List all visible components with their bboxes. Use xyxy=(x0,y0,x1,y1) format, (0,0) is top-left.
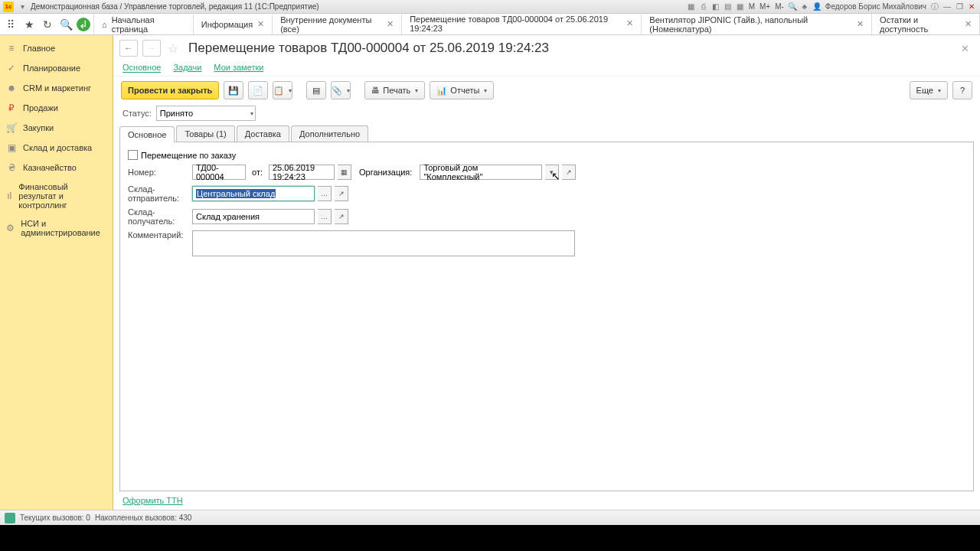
close-document-icon[interactable]: ✕ xyxy=(956,43,974,54)
to-label: Склад-получатель: xyxy=(128,207,189,226)
main-tab[interactable]: Перемещение товаров ТД00-000004 от 25.06… xyxy=(402,14,642,34)
tab-label: Вентилятор JIPONIC (Тайв.), напольный (Н… xyxy=(649,15,852,34)
more-button[interactable]: Еще▾ xyxy=(910,81,948,99)
post-and-close-button[interactable]: Провести и закрыть xyxy=(121,81,219,99)
org-open-icon[interactable]: ↗ xyxy=(562,165,576,180)
warehouse-to-input[interactable]: Склад хранения xyxy=(192,209,315,224)
sidebar-label: Главное xyxy=(23,44,55,53)
sidebar-item[interactable]: ☻CRM и маркетинг xyxy=(0,78,113,98)
org-drop-icon[interactable]: ▾ xyxy=(545,165,559,180)
ttn-link[interactable]: Оформить ТТН xyxy=(113,491,980,510)
calendar-icon[interactable]: ▦ xyxy=(338,165,351,180)
window-minimize-icon[interactable]: — xyxy=(942,2,952,12)
sidebar-item[interactable]: ₴Казначейство xyxy=(0,158,113,178)
back-button[interactable]: ← xyxy=(119,40,138,57)
enter-icon[interactable]: ↲ xyxy=(77,18,90,31)
by-order-checkbox[interactable] xyxy=(128,150,138,160)
search-icon[interactable]: 🔍 xyxy=(58,17,74,32)
tb-icon-3[interactable]: ◧ xyxy=(710,2,721,12)
sidebar-item[interactable]: ılФинансовый результат и контроллинг xyxy=(0,178,113,214)
tab-close-icon[interactable]: ✕ xyxy=(626,18,633,28)
status-bar: Текущих вызовов: 0 Накопленных вызовов: … xyxy=(0,510,980,525)
status-select[interactable]: Принято▾ xyxy=(156,106,256,121)
sidebar-item[interactable]: ≡Главное xyxy=(0,38,113,58)
help-button[interactable]: ? xyxy=(952,81,972,99)
document-content: ← → ☆ Перемещение товаров ТД00-000004 от… xyxy=(113,35,980,510)
window-titlebar: 1c ▾ Демонстрационная база / Управление … xyxy=(0,0,980,14)
sidebar-icon: ☻ xyxy=(6,83,17,93)
window-close-icon[interactable]: ✕ xyxy=(966,2,977,12)
number-input[interactable]: ТД00-000004 xyxy=(192,165,246,180)
org-input[interactable]: Торговый дом "Комплексный" xyxy=(420,165,542,180)
sidebar-icon: 🛒 xyxy=(6,122,17,133)
tab-close-icon[interactable]: ✕ xyxy=(257,19,264,29)
tb-calc-icon[interactable]: ▤ xyxy=(723,2,733,12)
main-tabs-bar: ⠿ ★ ↻ 🔍 ↲ ⌂Начальная страницаИнформация✕… xyxy=(0,14,980,35)
tb-icon-1[interactable]: ▦ xyxy=(686,2,697,12)
tb-m-plus[interactable]: M+ xyxy=(760,2,770,11)
main-tab[interactable]: Вентилятор JIPONIC (Тайв.), напольный (Н… xyxy=(642,14,872,34)
tb-m-minus[interactable]: M- xyxy=(775,2,784,11)
save-button[interactable]: 💾 xyxy=(224,81,243,99)
sidebar-item[interactable]: ✓Планирование xyxy=(0,58,113,78)
subnav-main[interactable]: Основное xyxy=(122,63,161,73)
sidebar-item[interactable]: ▣Склад и доставка xyxy=(0,138,113,158)
form-tab[interactable]: Основное xyxy=(119,126,175,142)
apps-icon[interactable]: ⠿ xyxy=(3,17,18,32)
tab-label: Остатки и доступность xyxy=(880,15,960,34)
tab-close-icon[interactable]: ✕ xyxy=(387,19,394,29)
sidebar-item[interactable]: ⚙НСИ и администрирование xyxy=(0,214,113,242)
dropdown-icon[interactable]: ▾ xyxy=(17,2,28,12)
tb-print-icon[interactable]: ⎙ xyxy=(698,2,709,12)
star-icon[interactable]: ★ xyxy=(21,17,37,32)
date-input[interactable]: 25.06.2019 19:24:23 xyxy=(269,165,335,180)
reports-button[interactable]: 📊 Отчеты▾ xyxy=(430,81,494,99)
create-based-button[interactable]: 📋▾ xyxy=(273,81,292,99)
from-label: Склад-отправитель: xyxy=(128,184,189,203)
sidebar-icon: ₽ xyxy=(6,103,17,113)
main-tab[interactable]: Остатки и доступность✕ xyxy=(872,14,980,34)
sidebar-item[interactable]: 🛒Закупки xyxy=(0,118,113,138)
tab-close-icon[interactable]: ✕ xyxy=(965,19,972,29)
attach-button[interactable]: 📎▾ xyxy=(331,81,351,99)
sidebar-icon: ⚙ xyxy=(6,223,15,233)
form-tab[interactable]: Доставка xyxy=(237,126,289,142)
subnav-notes[interactable]: Мои заметки xyxy=(214,63,263,73)
main-tab[interactable]: Внутренние документы (все)✕ xyxy=(273,14,402,34)
form-tabs: ОсновноеТовары (1)ДоставкаДополнительно xyxy=(119,126,974,142)
sidebar-icon: ✓ xyxy=(6,63,17,73)
tb-user-name: Федоров Борис Михайлович xyxy=(825,2,926,11)
window-maximize-icon[interactable]: ❐ xyxy=(954,2,965,12)
tb-m[interactable]: M xyxy=(749,2,755,11)
number-label: Номер: xyxy=(128,168,189,177)
from-ellipsis-icon[interactable]: … xyxy=(318,186,332,201)
main-tab[interactable]: Информация✕ xyxy=(194,14,273,34)
sidebar-label: Финансовый результат и контроллинг xyxy=(18,182,106,210)
from-open-icon[interactable]: ↗ xyxy=(335,186,348,201)
window-title: Демонстрационная база / Управление торго… xyxy=(31,2,319,11)
structure-button[interactable]: ▤ xyxy=(306,81,326,99)
history-icon[interactable]: ↻ xyxy=(40,17,55,32)
sidebar-item[interactable]: ₽Продажи xyxy=(0,98,113,118)
sidebar-label: Планирование xyxy=(23,64,80,73)
post-button[interactable]: 📄 xyxy=(248,81,268,99)
tb-user-icon[interactable]: 👤 xyxy=(812,2,822,12)
tb-calendar-icon[interactable]: ▦ xyxy=(735,2,746,12)
tb-info-icon[interactable]: ⓘ xyxy=(929,2,940,12)
to-open-icon[interactable]: ↗ xyxy=(335,209,348,224)
sidebar-label: Казначейство xyxy=(23,163,77,172)
tab-close-icon[interactable]: ✕ xyxy=(857,19,864,29)
form-tab[interactable]: Дополнительно xyxy=(291,126,368,142)
to-ellipsis-icon[interactable]: … xyxy=(318,209,332,224)
favorite-star-icon[interactable]: ☆ xyxy=(165,41,181,56)
tb-search-icon[interactable]: 🔍 xyxy=(787,2,798,12)
subnav-tasks[interactable]: Задачи xyxy=(173,63,201,73)
forward-button[interactable]: → xyxy=(142,40,161,57)
form-tab[interactable]: Товары (1) xyxy=(176,126,234,142)
main-tab[interactable]: ⌂Начальная страница xyxy=(94,14,194,34)
sidebar-label: CRM и маркетинг xyxy=(23,83,91,93)
comment-textarea[interactable] xyxy=(192,230,575,256)
warehouse-from-input[interactable]: Центральный склад xyxy=(192,186,315,201)
print-button[interactable]: 🖶 Печать▾ xyxy=(364,81,425,99)
tb-bell-icon[interactable]: ♣ xyxy=(799,2,810,12)
